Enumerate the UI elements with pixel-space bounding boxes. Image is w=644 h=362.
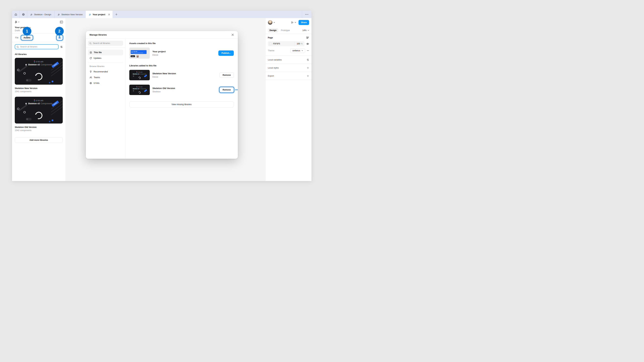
thumb-decoration xyxy=(144,74,147,77)
close-icon xyxy=(108,13,110,15)
card-decoration-accordion xyxy=(50,66,63,75)
thumb-button-chip: Button xyxy=(131,55,135,57)
library-card-skeleton-old-version[interactable]: Button UI Kit with Skeleton v3 Component… xyxy=(15,97,63,123)
new-tab-button[interactable] xyxy=(112,11,120,18)
window-menu-button[interactable] xyxy=(302,11,312,18)
library-thumbnail: UI Kit with Skeleton v3Components xyxy=(129,70,150,80)
action-slot: Publish... xyxy=(218,50,234,56)
styles-book-icon[interactable] xyxy=(306,36,309,39)
tab-skeleton-new-version[interactable]: Skeleton New Version xyxy=(54,11,86,18)
page-color-field[interactable]: F5F5F5 100 % xyxy=(268,41,304,46)
tab-file[interactable]: File xyxy=(15,35,19,40)
card-decoration-radio xyxy=(49,82,50,83)
community-button[interactable] xyxy=(20,11,27,18)
add-more-libraries-button[interactable]: Add more libraries xyxy=(15,137,63,143)
user-avatar[interactable] xyxy=(268,20,272,25)
card-decoration xyxy=(17,108,19,110)
remove-library-button[interactable]: Remove xyxy=(220,72,234,78)
project-thumbnail: Alert title Short and clear description … xyxy=(129,48,150,59)
zoom-level: 14% xyxy=(302,29,306,31)
add-style-plus-icon[interactable] xyxy=(307,67,309,69)
lightbulb-icon xyxy=(90,70,92,73)
modal-search-field[interactable] xyxy=(88,41,123,46)
browse-libraries-label: Browse libraries xyxy=(88,64,123,69)
figma-file-icon xyxy=(89,13,91,16)
add-export-plus-icon[interactable] xyxy=(307,75,309,77)
local-styles-row[interactable]: Local styles xyxy=(266,64,312,72)
local-styles-label: Local styles xyxy=(268,67,279,69)
eye-visibility-icon[interactable] xyxy=(306,42,309,45)
library-search-field[interactable] xyxy=(15,44,58,49)
color-swatch[interactable] xyxy=(269,42,272,45)
thumb-decoration xyxy=(133,90,134,91)
figma-logo-icon[interactable] xyxy=(14,21,17,23)
filter-sliders-icon[interactable] xyxy=(60,45,63,48)
tab-prototype[interactable]: Prototype xyxy=(279,28,292,32)
search-input[interactable] xyxy=(20,45,57,48)
share-button[interactable]: Share xyxy=(298,20,309,25)
home-icon xyxy=(14,13,17,16)
action-slot: Remove xyxy=(220,72,234,78)
tab-design[interactable]: Design xyxy=(268,28,278,32)
modal-search-input[interactable] xyxy=(93,42,122,44)
figma-file-icon xyxy=(30,13,33,16)
remove-theme-minus-icon[interactable] xyxy=(307,49,309,52)
library-name: Skeleton New Version xyxy=(152,72,176,75)
remove-library-button-highlighted[interactable]: Remove xyxy=(220,87,234,92)
publish-button[interactable]: Publish... xyxy=(218,50,234,56)
export-row[interactable]: Export xyxy=(266,72,312,80)
card-decoration-accordion xyxy=(50,105,63,114)
view-missing-libraries-button[interactable]: View missing libraries xyxy=(129,101,234,107)
opacity-field[interactable]: 100 % xyxy=(295,42,304,45)
card-decoration-spinner xyxy=(34,71,44,82)
card-decoration xyxy=(24,111,26,113)
refresh-icon xyxy=(90,57,92,59)
search-icon xyxy=(16,46,19,48)
design-prototype-tabs: Design Prototype 14% xyxy=(266,27,312,34)
chevron-down-icon[interactable] xyxy=(18,21,20,22)
theme-select[interactable]: cerberus xyxy=(290,48,305,53)
opacity-value: 100 xyxy=(297,42,300,45)
annotation-stem-2 xyxy=(59,35,60,38)
search-icon xyxy=(90,42,92,44)
nav-recommended[interactable]: Recommended xyxy=(88,69,123,75)
nav-this-file[interactable]: This file xyxy=(88,50,123,55)
manage-libraries-modal: Manage libraries This file Updates xyxy=(86,31,238,159)
nav-teams[interactable]: Teams xyxy=(88,75,123,80)
chevron-down-icon[interactable] xyxy=(295,22,296,23)
thumb-decoration xyxy=(138,76,141,79)
figma-file-icon xyxy=(58,13,60,16)
modal-nav: This file Updates Browse libraries Recom… xyxy=(86,48,125,88)
card-decoration xyxy=(17,69,19,71)
annotated-remove-wrap: Remove 3 xyxy=(220,87,234,92)
nav-label: Teams xyxy=(94,76,100,79)
library-card-skeleton-new-version[interactable]: Button UI Kit with Skeleton v3 Component… xyxy=(15,58,63,85)
card-decoration-spinner xyxy=(34,110,44,120)
annotation-stem-1 xyxy=(27,35,27,38)
zoom-control[interactable]: 14% xyxy=(302,29,309,31)
nav-updates[interactable]: Updates xyxy=(88,55,123,61)
chevron-down-icon[interactable] xyxy=(274,22,275,23)
sidebar-search-row xyxy=(12,42,66,51)
nav-ui-kits[interactable]: UI kits xyxy=(88,80,123,86)
tab-skeleton-design[interactable]: Skeleton - Design xyxy=(27,11,54,18)
home-button[interactable] xyxy=(12,11,20,18)
card-decoration-checkbox xyxy=(52,119,53,121)
color-hex-value[interactable]: F5F5F5 xyxy=(273,42,295,45)
card-decoration-checkbox xyxy=(52,81,53,82)
modal-close-button[interactable] xyxy=(230,33,235,37)
nav-label: Recommended xyxy=(94,70,108,73)
present-play-icon[interactable] xyxy=(291,21,294,24)
libraries-button[interactable] xyxy=(57,35,63,40)
skull-icon xyxy=(25,103,27,105)
card-decoration-toggle xyxy=(26,79,32,82)
close-tab-button[interactable] xyxy=(107,12,111,16)
local-variables-row[interactable]: Local variables xyxy=(266,56,312,64)
tab-bar: Skeleton - Design Skeleton New Version Y… xyxy=(12,11,312,18)
toggle-panel-icon[interactable] xyxy=(60,21,63,23)
tab-your-project-active[interactable]: Your project xyxy=(86,11,113,18)
nav-label: Updates xyxy=(94,57,102,59)
card-art-text: UI Kit with Skeleton v3 Components xyxy=(15,99,63,105)
thumb-alert-banner: Alert title Short and clear description xyxy=(131,50,146,54)
variables-sliders-icon[interactable] xyxy=(306,58,309,61)
